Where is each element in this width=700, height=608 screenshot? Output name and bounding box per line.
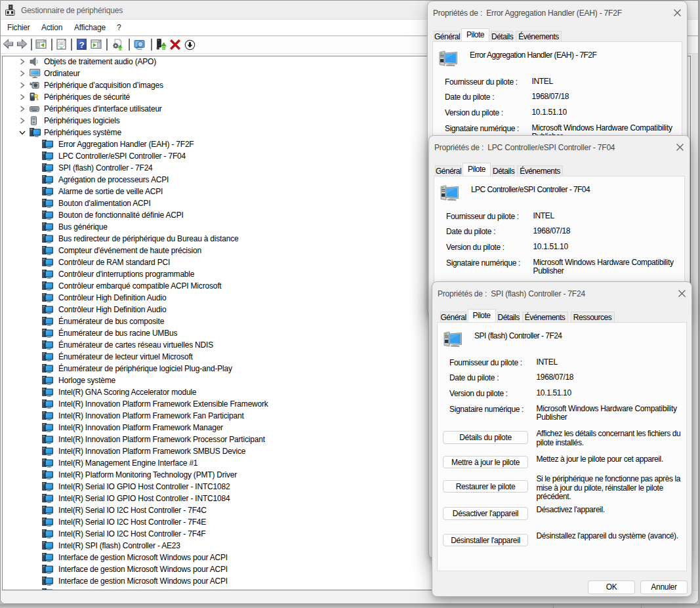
- svg-text:?: ?: [79, 40, 84, 50]
